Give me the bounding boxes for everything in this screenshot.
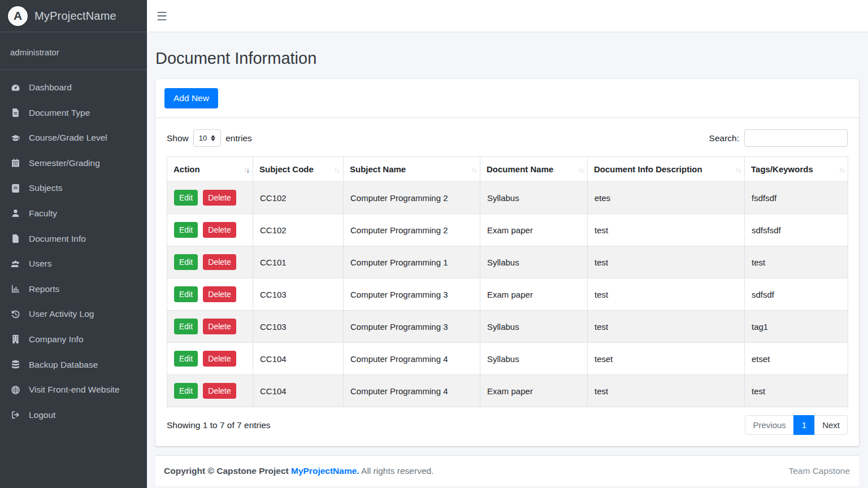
copyright-text: Copyright © Capstone Project — [164, 466, 289, 476]
column-header-subject-code[interactable]: Subject Code↑↓ — [253, 157, 344, 182]
globe-icon — [9, 385, 21, 395]
sidebar-item-label: Course/Grade Level — [29, 133, 107, 143]
previous-page-button[interactable]: Previous — [745, 415, 793, 435]
action-cell: Edit Delete — [167, 246, 253, 278]
document-name-cell: Exam paper — [480, 278, 588, 311]
column-header-document-name[interactable]: Document Name↑↓ — [480, 157, 588, 182]
file-icon — [9, 234, 21, 243]
action-cell: Edit Delete — [167, 182, 253, 214]
book-icon — [9, 184, 21, 193]
sidebar-item-label: Semester/Grading — [29, 158, 100, 168]
tags-cell: fsdfsdf — [745, 182, 848, 214]
show-label: Show — [167, 133, 189, 143]
hamburger-menu-icon[interactable]: ☰ — [157, 10, 167, 22]
sidebar-item-subjects[interactable]: Subjects — [5, 178, 142, 198]
brand-logo-icon: A — [8, 6, 28, 26]
table-row: Edit Delete CC103 Computer Programming 3… — [167, 278, 848, 311]
tags-cell: tag1 — [745, 311, 848, 343]
sidebar-item-semester-grading[interactable]: Semester/Grading — [5, 153, 142, 173]
subject-name-cell: Computer Programming 2 — [344, 214, 480, 246]
subject-code-cell: CC104 — [253, 343, 344, 375]
sidebar-item-dashboard[interactable]: Dashboard — [5, 77, 142, 98]
subject-name-cell: Computer Programming 2 — [344, 182, 480, 214]
delete-button[interactable]: Delete — [203, 190, 236, 206]
search-input[interactable] — [744, 129, 848, 147]
edit-button[interactable]: Edit — [174, 254, 198, 270]
column-label: Document Name — [487, 164, 553, 174]
current-page-button[interactable]: 1 — [793, 415, 815, 435]
description-cell: test — [588, 375, 745, 407]
sidebar-item-visit-front-end-website[interactable]: Visit Front-end Website — [5, 380, 142, 400]
table-row: Edit Delete CC104 Computer Programming 4… — [167, 343, 848, 375]
sidebar-item-reports[interactable]: Reports — [5, 279, 142, 299]
sidebar-item-backup-database[interactable]: Backup Database — [5, 355, 142, 375]
sidebar-item-document-info[interactable]: Document Info — [5, 229, 142, 249]
sidebar-item-label: User Activity Log — [29, 309, 94, 319]
card-header: Add New — [155, 79, 859, 118]
pagination: Previous 1 Next — [745, 415, 848, 435]
sidebar-item-logout[interactable]: Logout — [5, 405, 142, 425]
show-entries: Show 10 entries — [167, 129, 252, 147]
sign-out-icon — [9, 410, 21, 420]
subject-code-cell: CC103 — [253, 311, 344, 343]
content: Document Information Add New Show 10 ent… — [147, 32, 868, 486]
column-header-subject-name[interactable]: Subject Name↑↓ — [344, 157, 480, 182]
column-header-action[interactable]: Action↑↓ — [167, 157, 253, 182]
documents-table: Action↑↓Subject Code↑↓Subject Name↑↓Docu… — [167, 156, 848, 407]
edit-button[interactable]: Edit — [174, 319, 198, 334]
brand[interactable]: A MyProjectName — [0, 0, 147, 32]
user-icon — [9, 208, 21, 218]
add-new-button[interactable]: Add New — [164, 88, 218, 108]
sort-arrows-icon: ↑↓ — [244, 165, 249, 173]
document-name-cell: Syllabus — [480, 311, 588, 343]
delete-button[interactable]: Delete — [203, 222, 236, 238]
edit-button[interactable]: Edit — [174, 351, 198, 367]
column-header-document-info-description[interactable]: Document Info Description↑↓ — [588, 157, 745, 182]
table-header-row: Action↑↓Subject Code↑↓Subject Name↑↓Docu… — [167, 157, 848, 182]
column-header-tags-keywords[interactable]: Tags/Keywords↑↓ — [745, 157, 848, 182]
delete-button[interactable]: Delete — [203, 351, 236, 367]
document-name-cell: Syllabus — [480, 246, 588, 278]
sidebar-item-label: Dashboard — [29, 82, 72, 93]
sidebar-item-course-grade-level[interactable]: Course/Grade Level — [5, 128, 142, 148]
subject-name-cell: Computer Programming 1 — [344, 246, 480, 278]
edit-button[interactable]: Edit — [174, 286, 198, 302]
sidebar-item-document-type[interactable]: Document Type — [5, 103, 142, 123]
user-panel: administrator — [0, 32, 147, 70]
tags-cell: sdfsfsdf — [745, 214, 848, 246]
tachometer-icon — [9, 83, 21, 93]
edit-button[interactable]: Edit — [174, 222, 198, 238]
copyright: Copyright © Capstone Project MyProjectNa… — [164, 466, 433, 476]
action-cell: Edit Delete — [167, 311, 253, 343]
sidebar-item-label: Subjects — [29, 183, 62, 193]
sidebar-item-label: Users — [29, 259, 51, 269]
sidebar-item-users[interactable]: Users — [5, 254, 142, 274]
edit-button[interactable]: Edit — [174, 383, 198, 399]
edit-button[interactable]: Edit — [174, 190, 198, 206]
subject-code-cell: CC102 — [253, 214, 344, 246]
footer-brand-link[interactable]: MyProjectName. — [291, 466, 359, 476]
sidebar-item-user-activity-log[interactable]: User Activity Log — [5, 304, 142, 324]
subject-code-cell: CC102 — [253, 182, 344, 214]
delete-button[interactable]: Delete — [203, 319, 236, 334]
delete-button[interactable]: Delete — [203, 286, 236, 302]
sidebar-item-label: Reports — [29, 284, 59, 294]
delete-button[interactable]: Delete — [203, 254, 236, 270]
table-controls: Show 10 entries Search: — [167, 129, 848, 147]
sidebar-nav: Dashboard Document Type Course/Grade Lev… — [0, 70, 147, 437]
page-length-value: 10 — [199, 134, 207, 142]
document-name-cell: Exam paper — [480, 375, 588, 407]
search-wrap: Search: — [709, 129, 848, 147]
page-length-select[interactable]: 10 — [193, 129, 221, 147]
column-label: Document Info Description — [594, 164, 702, 174]
delete-button[interactable]: Delete — [203, 383, 236, 399]
document-name-cell: Syllabus — [480, 343, 588, 375]
column-label: Subject Name — [350, 164, 406, 174]
select-arrows-icon — [211, 135, 215, 141]
sidebar-item-company-info[interactable]: Company Info — [5, 329, 142, 350]
sidebar-item-label: Backup Database — [29, 360, 98, 370]
sidebar-item-faculty[interactable]: Faculty — [5, 203, 142, 224]
column-label: Tags/Keywords — [751, 164, 813, 174]
tags-cell: test — [745, 246, 848, 278]
next-page-button[interactable]: Next — [814, 415, 848, 435]
